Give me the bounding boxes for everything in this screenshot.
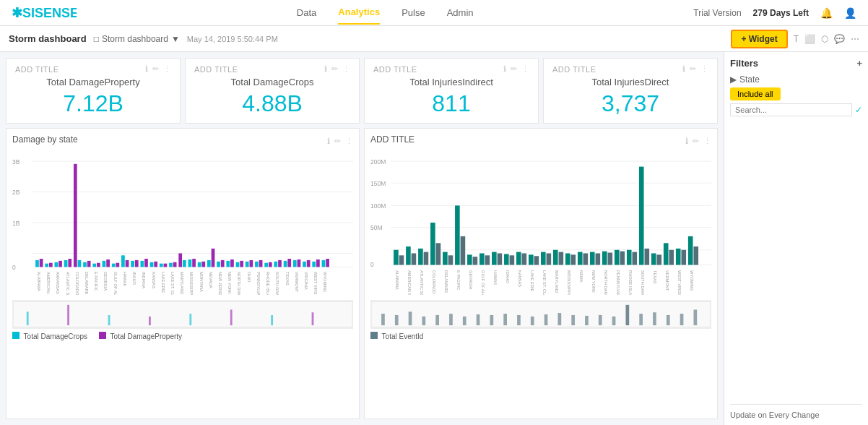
svg-rect-108 — [189, 314, 191, 325]
include-all-button[interactable]: Include all — [730, 87, 781, 100]
edit-icon[interactable]: ✏ — [152, 64, 159, 74]
svg-text:KANSAS: KANSAS — [152, 272, 156, 288]
svg-rect-43 — [192, 259, 196, 267]
svg-rect-202 — [409, 312, 412, 325]
text-icon[interactable]: T — [794, 34, 799, 44]
svg-text:NORTH DAKOTA: NORTH DAKOTA — [604, 270, 608, 295]
mini-chart-0[interactable] — [12, 300, 353, 329]
kpi-label-0: Total DamageProperty — [15, 77, 171, 87]
svg-text:KANSAS: KANSAS — [518, 270, 522, 287]
svg-rect-160 — [615, 250, 620, 265]
add-filter-icon[interactable]: + — [856, 58, 862, 69]
svg-rect-21 — [87, 261, 91, 267]
share-icon[interactable]: ⬡ — [821, 34, 828, 44]
kpi-row: ADD TITLE ℹ ✏ ⋮ Total DamageProperty 7.1… — [6, 58, 718, 124]
svg-rect-222 — [680, 314, 684, 325]
mini-chart-1[interactable] — [370, 300, 711, 329]
svg-text:NEVADA: NEVADA — [209, 272, 213, 288]
svg-rect-200 — [381, 314, 385, 325]
svg-rect-16 — [64, 260, 68, 267]
more-icon[interactable]: ⋮ — [342, 64, 350, 74]
info-icon[interactable]: ℹ — [327, 137, 330, 146]
legend-color-1 — [99, 332, 106, 339]
svg-rect-64 — [293, 260, 297, 267]
add-widget-button[interactable]: + Widget — [731, 30, 787, 48]
filter-search-input[interactable] — [730, 103, 852, 116]
svg-rect-223 — [694, 309, 698, 325]
more-icon[interactable]: ⋮ — [163, 64, 171, 74]
nav-analytics[interactable]: Analytics — [338, 1, 380, 25]
edit-icon[interactable]: ✏ — [334, 137, 341, 146]
svg-text:WYOMING: WYOMING — [690, 270, 694, 291]
svg-rect-144 — [516, 252, 521, 265]
svg-rect-13 — [49, 263, 53, 267]
kpi-value-2: 811 — [373, 90, 529, 117]
svg-rect-172 — [688, 236, 693, 265]
svg-rect-33 — [144, 259, 148, 267]
svg-rect-35 — [154, 262, 157, 267]
info-icon[interactable]: ℹ — [145, 64, 148, 74]
more-icon[interactable]: ⋮ — [521, 64, 529, 74]
svg-rect-39 — [173, 262, 177, 267]
info-icon[interactable]: ℹ — [685, 137, 688, 146]
nav-admin[interactable]: Admin — [447, 1, 474, 24]
edit-icon[interactable]: ✏ — [511, 64, 517, 74]
svg-text:2B: 2B — [12, 189, 20, 196]
filter-state-label[interactable]: ▶ State — [730, 74, 862, 85]
info-icon[interactable]: ℹ — [503, 64, 506, 74]
comment-icon[interactable]: 💬 — [834, 34, 845, 44]
trial-text: Trial Version — [693, 8, 741, 18]
svg-text:0: 0 — [370, 261, 374, 268]
svg-rect-23 — [97, 263, 100, 267]
svg-rect-140 — [492, 252, 497, 265]
filter-footer: Update on Every Change — [730, 404, 862, 419]
svg-rect-159 — [608, 253, 613, 265]
svg-rect-17 — [68, 259, 71, 267]
info-icon[interactable]: ℹ — [324, 64, 327, 74]
nav-links: Data Analytics Pulse Admin — [297, 1, 474, 25]
svg-rect-51 — [230, 259, 234, 267]
more-icon[interactable]: ⋯ — [851, 34, 859, 44]
edit-icon[interactable]: ✏ — [690, 64, 696, 74]
svg-rect-10 — [35, 260, 39, 267]
svg-text:AMERICAN SAM...: AMERICAN SAM... — [46, 272, 51, 295]
svg-rect-207 — [477, 314, 480, 325]
edit-icon[interactable]: ✏ — [331, 64, 338, 74]
svg-rect-173 — [693, 246, 698, 265]
svg-rect-48 — [217, 262, 220, 267]
svg-rect-161 — [620, 252, 625, 265]
filter-state-section: ▶ State Include all ✓ — [730, 74, 862, 116]
chart-title-1: ADD TITLE — [370, 134, 415, 145]
svg-rect-106 — [108, 315, 110, 325]
breadcrumb[interactable]: □ Storm dashboard ▼ — [94, 34, 180, 44]
info-icon[interactable]: ℹ — [682, 64, 685, 74]
chart-title-0: Damage by state — [12, 134, 78, 145]
svg-rect-29 — [126, 260, 129, 267]
svg-text:COLORADO: COLORADO — [75, 272, 79, 295]
kpi-widget-1: ADD TITLE ℹ ✏ ⋮ Total DamageCrops 4.88B — [185, 58, 360, 124]
svg-rect-130 — [430, 223, 435, 265]
more-icon[interactable]: ⋮ — [700, 64, 708, 74]
svg-rect-19 — [78, 260, 82, 267]
sub-nav: Storm dashboard □ Storm dashboard ▼ May … — [0, 26, 868, 52]
svg-rect-59 — [269, 262, 272, 267]
kpi-label-3: Total InjuriesDirect — [552, 77, 708, 87]
svg-rect-221 — [667, 315, 670, 325]
svg-text:SOUTH DAKOTA: SOUTH DAKOTA — [275, 272, 279, 295]
filter-confirm-icon[interactable]: ✓ — [855, 105, 862, 115]
nav-pulse[interactable]: Pulse — [402, 1, 425, 24]
svg-rect-203 — [422, 317, 426, 325]
svg-rect-105 — [67, 305, 69, 325]
image-icon[interactable]: ⬜ — [804, 34, 815, 44]
svg-text:SOUTH DAKOTA: SOUTH DAKOTA — [641, 270, 645, 295]
more-icon[interactable]: ⋮ — [345, 137, 353, 146]
svg-text:50M: 50M — [370, 224, 383, 231]
more-icon[interactable]: ⋮ — [703, 137, 711, 146]
user-icon[interactable]: 👤 — [844, 7, 856, 19]
legend-item-0: Total DamageCrops — [12, 332, 87, 340]
notification-icon[interactable]: 🔔 — [820, 7, 833, 19]
nav-data[interactable]: Data — [297, 1, 316, 24]
svg-text:TEXAS: TEXAS — [653, 270, 657, 284]
edit-icon[interactable]: ✏ — [693, 137, 699, 146]
svg-rect-126 — [406, 246, 411, 265]
